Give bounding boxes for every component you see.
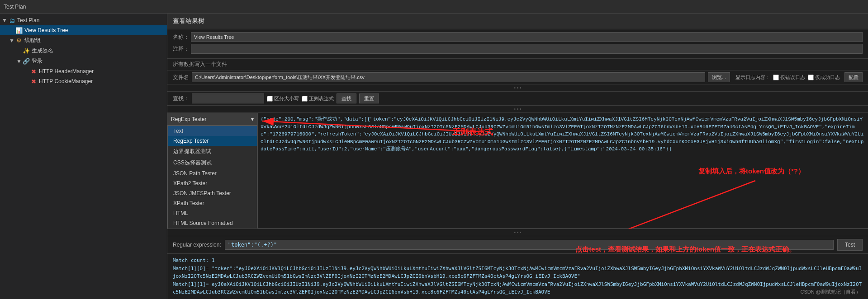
type-dropdown-list: TextRegExp Tester边界提取器测试CSS选择器测试JSON Pat… <box>167 126 257 229</box>
filename-input[interactable] <box>192 72 705 82</box>
tree-item-http-cookie-manager[interactable]: ✖HTTP CookieManager <box>0 76 167 86</box>
tree-item-login[interactable]: ▼🔗登录 <box>0 56 167 66</box>
tree-item-test-plan[interactable]: ▼🗂Test Plan <box>0 15 167 25</box>
browse-button[interactable]: 浏览... <box>708 72 730 82</box>
only-success-label: 仅成功日志 <box>815 74 840 81</box>
comment-input[interactable] <box>191 44 863 54</box>
tree-item-label-http-cookie-manager: HTTP CookieManager <box>39 78 93 84</box>
regexp-input[interactable] <box>225 240 834 250</box>
name-input[interactable] <box>191 32 863 42</box>
regex-search-text: 正则表达式 <box>309 95 334 102</box>
left-panel: ▼🗂Test Plan📊View Results Tree▼⚙线程组✨生成签名▼… <box>0 14 167 299</box>
only-error-checkbox[interactable] <box>773 75 779 80</box>
dropdown-item-1[interactable]: RegExp Tester <box>168 136 257 146</box>
match-results: Match count: 1 Match[1][0]= "token":"eyJ… <box>167 254 868 299</box>
all-data-label: 所有数据写入一个文件 <box>167 59 868 70</box>
config-button[interactable]: 配置 <box>844 72 863 82</box>
only-success-checkbox-label[interactable]: 仅成功日志 <box>808 74 840 81</box>
only-error-checkbox-label[interactable]: 仅错误日志 <box>773 74 805 81</box>
tree-item-label-test-plan: Test Plan <box>17 17 39 23</box>
dropdown-item-7[interactable]: XPath Tester <box>168 198 257 208</box>
response-text: {"code":200,"msg":"操作成功","data":[{"token… <box>261 116 865 153</box>
type-dropdown[interactable]: RegExp Tester ▾ <box>167 113 257 126</box>
test-button[interactable]: Test <box>837 239 863 251</box>
right-header: 查看结果树 <box>167 14 868 29</box>
search-input[interactable] <box>192 93 264 103</box>
separator-2: • • • <box>167 106 868 113</box>
log-display-label: 显示日志内容： <box>735 74 770 81</box>
tree-icon-sampler: 🔗 <box>23 58 30 65</box>
regex-search-label[interactable]: 正则表达式 <box>302 95 334 102</box>
separator-3: • • • <box>167 229 868 236</box>
tree-item-label-thread-group: 线程组 <box>24 37 41 44</box>
dropdown-item-6[interactable]: JSON JMESPath Tester <box>168 188 257 198</box>
dropdown-item-10[interactable]: HTML (download resources) <box>168 228 257 229</box>
regex-search-checkbox[interactable] <box>302 96 308 102</box>
match-line: Match[1][1]= eyJ0eXAiOiJKV1QiLCJhbGciOiJ… <box>173 280 863 296</box>
tree-icon-plan: 🗂 <box>8 17 15 24</box>
dropdown-item-2[interactable]: 边界提取器测试 <box>168 146 257 157</box>
tree-item-thread-group[interactable]: ▼⚙线程组 <box>0 35 167 46</box>
match-count: Match count: 1 <box>173 257 863 265</box>
case-sensitive-label[interactable]: 区分大小写 <box>267 95 299 102</box>
tree-icon-results: 📊 <box>15 27 23 34</box>
tree-item-http-header-manager[interactable]: ✖HTTP HeaderManager <box>0 66 167 76</box>
find-button[interactable]: 查找 <box>337 93 356 103</box>
only-error-label: 仅错误日志 <box>780 74 805 81</box>
footer-text: CSDN @测试笔记（自看） <box>801 289 861 294</box>
tree-item-generate-sign[interactable]: ✨生成签名 <box>0 46 167 56</box>
name-label: 名称： <box>173 33 191 41</box>
right-panel: 查看结果树 名称： 注释： 所有数据写入一个文件 文件名 浏览... 显示日志内… <box>167 14 868 299</box>
tree-icon-script: ✨ <box>23 47 30 55</box>
reset-button[interactable]: 重置 <box>359 93 379 103</box>
case-sensitive-checkbox[interactable] <box>267 96 273 102</box>
match-lines: Match[1][0]= "token":"eyJ0eXAiOiJKV1QiLC… <box>173 265 863 296</box>
tree-icon-thread: ⚙ <box>15 37 23 44</box>
match-line: Match[1][0]= "token":"eyJ0eXAiOiJKV1QiLC… <box>173 265 863 280</box>
separator-1: • • • <box>167 84 868 92</box>
dropdown-item-0[interactable]: Text <box>168 126 257 136</box>
expand-arrow-test-plan: ▼ <box>2 18 7 23</box>
tree-item-view-results-tree[interactable]: 📊View Results Tree <box>0 25 167 35</box>
dropdown-item-3[interactable]: CSS选择器测试 <box>168 157 257 168</box>
top-bar-title: Test Plan <box>4 4 26 10</box>
tree-icon-config: ✖ <box>30 68 37 75</box>
tree-item-label-generate-sign: 生成签名 <box>32 47 53 55</box>
tree-item-label-login: 登录 <box>32 57 43 65</box>
dropdown-arrow-icon: ▾ <box>251 116 254 122</box>
expand-arrow-login: ▼ <box>16 59 22 64</box>
search-label: 查找： <box>173 95 189 103</box>
top-bar: Test Plan <box>0 0 868 14</box>
expand-arrow-thread-group: ▼ <box>9 38 14 43</box>
footer: CSDN @测试笔记（自看） <box>801 289 861 295</box>
filename-label: 文件名 <box>173 74 189 81</box>
tree-item-label-view-results-tree: View Results Tree <box>24 27 68 33</box>
only-success-checkbox[interactable] <box>808 75 814 80</box>
tree-item-label-http-header-manager: HTTP HeaderManager <box>39 68 94 75</box>
dropdown-item-8[interactable]: HTML <box>168 208 257 218</box>
dropdown-item-4[interactable]: JSON Path Tester <box>168 168 257 178</box>
tree-icon-config: ✖ <box>30 78 37 85</box>
dropdown-selected-label: RegExp Tester <box>171 116 207 122</box>
dropdown-item-9[interactable]: HTML Source Formatted <box>168 218 257 228</box>
comment-label: 注释： <box>173 45 191 53</box>
regexp-label: Regular expression: <box>173 242 221 248</box>
panel-title: 查看结果树 <box>173 17 863 25</box>
case-sensitive-text: 区分大小写 <box>274 95 299 102</box>
dropdown-item-5[interactable]: XPath2 Tester <box>168 178 257 188</box>
